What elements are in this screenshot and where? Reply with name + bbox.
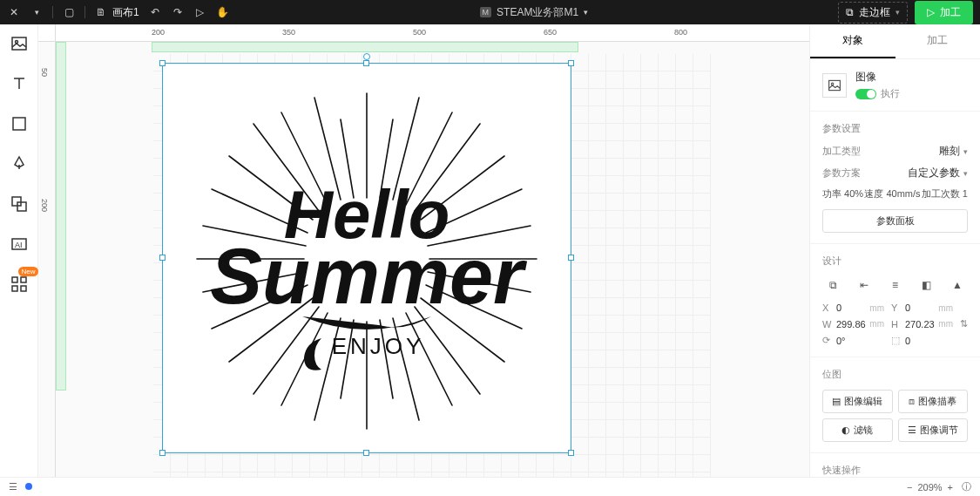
section-title: 参数设置 <box>822 122 968 135</box>
object-section: 图像 执行 <box>810 59 980 112</box>
scheme-label: 参数方案 <box>822 166 861 180</box>
process-label: 加工 <box>940 5 961 20</box>
svg-rect-2 <box>13 118 25 130</box>
statusbar-right: − 209% + ⓘ <box>907 480 971 493</box>
params-section: 参数设置 加工类型 雕刻▾ 参数方案 自定义参数▾ 功率 40% 速度 40mm… <box>810 112 980 244</box>
process-button[interactable]: ▷ 加工 <box>915 1 973 24</box>
arrange-icon[interactable]: ⧉ <box>822 276 843 294</box>
speed-stat: 速度 40mm/s <box>864 187 920 200</box>
layers-icon[interactable]: ☰ <box>9 481 17 492</box>
rotation-input[interactable]: 0° <box>836 336 884 346</box>
left-toolbar: AI New <box>0 24 38 477</box>
undo-icon[interactable]: ↶ <box>148 5 162 19</box>
zoom-in-button[interactable]: + <box>948 482 953 493</box>
vertical-guide <box>56 42 66 391</box>
svg-rect-10 <box>21 286 26 291</box>
flip-v-icon[interactable]: ▲ <box>947 276 968 294</box>
align-left-icon[interactable]: ⇤ <box>854 276 875 294</box>
bitmap-section: 位图 ▤图像编辑 ⧈图像描摹 ◐滤镜 ☰图像调节 <box>810 357 980 453</box>
ruler-corner <box>38 24 56 42</box>
filter-button[interactable]: ◐滤镜 <box>822 418 893 442</box>
section-title: 位图 <box>822 368 968 381</box>
help-icon[interactable]: ⓘ <box>962 480 971 493</box>
app-menu-chevron-icon[interactable]: ▾ <box>30 5 44 19</box>
redo-icon[interactable]: ↷ <box>171 5 185 19</box>
topbar: ✕ ▾ ▢ 🗎 画布1 ↶ ↷ ▷ ✋ M STEAM业务部M1 ▾ ⧉ 走边框… <box>0 0 980 24</box>
design-section: 设计 ⧉ ⇤ ≡ ◧ ▲ X0mm Y0mm W299.86mm H270.23… <box>810 244 980 357</box>
play-icon: ▷ <box>927 6 935 18</box>
image-trace-button[interactable]: ⧈图像描摹 <box>898 390 969 413</box>
image-edit-button[interactable]: ▤图像编辑 <box>822 390 893 413</box>
shape-tool-icon[interactable] <box>9 113 30 134</box>
quick-section: 快速操作 <box>810 453 980 477</box>
x-input[interactable]: 0 <box>836 302 866 313</box>
section-title: 设计 <box>822 255 968 268</box>
link-wh-icon[interactable]: ⇅ <box>960 318 968 330</box>
object-type-icon <box>822 73 847 98</box>
adjust-icon: ☰ <box>908 425 916 436</box>
ai-tool-icon[interactable]: AI <box>9 234 30 255</box>
chevron-down-icon: ▾ <box>896 8 900 17</box>
chevron-down-icon: ▾ <box>584 8 588 17</box>
resize-handle-br[interactable] <box>568 450 574 456</box>
image-adjust-button[interactable]: ☰图像调节 <box>898 418 969 442</box>
horizontal-ruler: 200 350 500 650 800 <box>56 24 809 42</box>
statusbar: ☰ − 209% + ⓘ <box>0 477 980 496</box>
path-tool-icon[interactable] <box>9 194 30 214</box>
resize-handle-t[interactable] <box>363 60 369 66</box>
svg-rect-7 <box>12 277 17 282</box>
align-center-icon[interactable]: ≡ <box>885 276 906 294</box>
selection-box[interactable] <box>162 63 571 453</box>
text-tool-icon[interactable] <box>9 73 30 94</box>
device-selector[interactable]: M STEAM业务部M1 ▾ <box>230 5 838 20</box>
apps-tool-icon[interactable]: New <box>9 274 30 295</box>
walkframe-button[interactable]: ⧉ 走边框 ▾ <box>838 2 908 24</box>
statusbar-left: ☰ <box>9 481 32 493</box>
image-tool-icon[interactable] <box>9 33 30 54</box>
resize-handle-tl[interactable] <box>159 60 166 66</box>
zoom-value[interactable]: 209% <box>917 482 942 493</box>
save-icon[interactable]: ▢ <box>62 5 76 19</box>
new-badge: New <box>18 267 37 276</box>
proc-type-dropdown[interactable]: 雕刻▾ <box>939 144 968 159</box>
rotate-handle[interactable] <box>363 53 370 60</box>
passes-stat: 加工次数 1 <box>922 187 968 200</box>
h-input[interactable]: 270.23 <box>905 319 935 330</box>
svg-rect-8 <box>21 277 26 282</box>
main: AI New 200 350 500 650 800 50 200 <box>0 24 980 477</box>
app-logo-icon[interactable]: ✕ <box>7 5 21 19</box>
play-icon[interactable]: ▷ <box>193 5 207 19</box>
proc-type-label: 加工类型 <box>822 145 861 158</box>
filter-icon: ◐ <box>841 425 850 436</box>
frame-icon: ⧉ <box>846 6 854 18</box>
y-input[interactable]: 0 <box>905 302 935 313</box>
edit-icon: ▤ <box>832 396 841 407</box>
svg-rect-0 <box>12 37 26 50</box>
execute-toggle[interactable] <box>855 89 876 99</box>
resize-handle-r[interactable] <box>568 255 574 261</box>
chevron-down-icon: ▾ <box>963 147 968 156</box>
topbar-left: ✕ ▾ ▢ 🗎 画布1 ↶ ↷ ▷ ✋ <box>7 5 230 20</box>
skew-input[interactable]: 0 <box>905 336 953 346</box>
w-input[interactable]: 299.86 <box>836 319 866 330</box>
resize-handle-tr[interactable] <box>568 60 574 66</box>
flip-h-icon[interactable]: ◧ <box>916 276 936 294</box>
tab-object[interactable]: 对象 <box>810 24 896 58</box>
panel-tabs: 对象 加工 <box>810 24 980 59</box>
resize-handle-l[interactable] <box>159 255 166 261</box>
tab-process[interactable]: 加工 <box>896 24 981 58</box>
resize-handle-b[interactable] <box>363 450 369 456</box>
resize-handle-bl[interactable] <box>159 450 166 456</box>
svg-text:AI: AI <box>15 241 23 249</box>
svg-point-47 <box>831 83 833 85</box>
topbar-right: ⧉ 走边框 ▾ ▷ 加工 <box>838 1 973 24</box>
zoom-out-button[interactable]: − <box>907 482 912 493</box>
param-panel-button[interactable]: 参数面板 <box>822 209 968 233</box>
pen-tool-icon[interactable] <box>9 153 30 174</box>
chevron-down-icon: ▾ <box>963 169 968 178</box>
object-type-label: 图像 <box>855 70 900 85</box>
document-tab[interactable]: 🗎 画布1 <box>94 5 139 20</box>
canvas-area[interactable]: 200 350 500 650 800 50 200 <box>38 24 809 477</box>
scheme-dropdown[interactable]: 自定义参数▾ <box>908 166 968 180</box>
hand-icon[interactable]: ✋ <box>216 5 230 19</box>
